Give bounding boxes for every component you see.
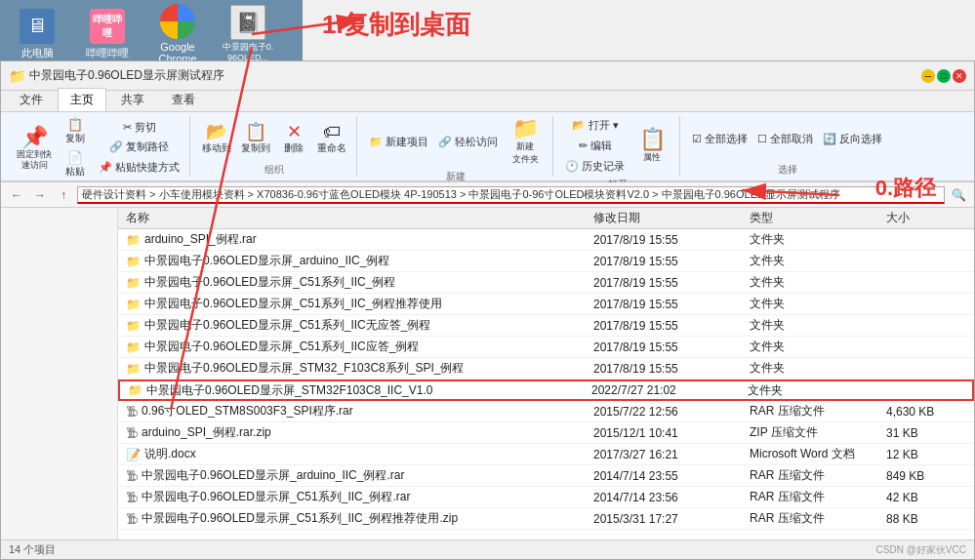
cut-button[interactable]: ✂ 剪切 xyxy=(95,120,183,136)
desktop-icon-pc[interactable]: 🖥 此电脑 xyxy=(10,9,64,60)
invert-selection-button[interactable]: 🔄 反向选择 xyxy=(819,130,886,148)
select-all-button[interactable]: ☑ 全部选择 xyxy=(688,130,752,148)
annotation-copy: 1.复制到桌面 xyxy=(322,8,470,42)
up-button[interactable]: ↑ xyxy=(54,185,73,205)
file-name-cell: 📁 中景园电子0.96OLED显示屏_C51系列_IIC应答_例程 xyxy=(122,339,589,355)
maximize-button[interactable]: □ xyxy=(937,69,951,83)
new-folder-icon: 📁 xyxy=(512,118,539,140)
file-type-cell: Microsoft Word 文档 xyxy=(746,446,882,462)
col-name[interactable]: 名称 xyxy=(122,210,589,226)
file-date-cell: 2017/8/19 15:55 xyxy=(589,276,746,290)
file-type-cell: 文件夹 xyxy=(746,317,882,334)
file-name: 中景园电子0.96OLED显示屏_C51系列_IIC_例程推荐使用.zip xyxy=(142,510,458,527)
file-name: 中景园电子0.96OLED显示屏_C51系列_IIC_例程推荐使用 xyxy=(144,296,442,312)
file-type-icon: 🗜 xyxy=(126,405,138,419)
address-path[interactable]: 硬件设计资料 > 小车使用模块资料 > X70836-0.96寸蓝色OLED模块… xyxy=(77,186,945,204)
new-buttons: 📁 新建项目 🔗 轻松访问 📁 新建文件夹 xyxy=(365,116,547,168)
move-to-button[interactable]: 📂 移动到 xyxy=(198,121,235,157)
explorer-window: 📁 中景园电子0.96OLED显示屏测试程序 ─ □ ✕ 文件 主页 共享 查看… xyxy=(0,60,975,560)
file-type-icon: 📁 xyxy=(126,319,141,333)
paste-button[interactable]: 📄 粘贴 xyxy=(58,149,93,180)
file-name-cell: 📁 中景园电子0.96OLED显示屏_C51系列_IIC_例程推荐使用 xyxy=(122,296,589,312)
watermark: CSDN @好家伙VCC xyxy=(876,543,966,557)
file-row[interactable]: 📁 arduino_SPI_例程.rar 2017/8/19 15:55 文件夹 xyxy=(118,229,974,251)
copy-to-icon: 📋 xyxy=(245,123,266,140)
tab-share[interactable]: 共享 xyxy=(108,88,157,111)
copy-path-button[interactable]: 🔗 复制路径 xyxy=(95,138,183,156)
copy-to-button[interactable]: 📋 复制到 xyxy=(237,121,274,157)
file-row[interactable]: 📝 说明.docx 2017/3/27 16:21 Microsoft Word… xyxy=(118,444,974,465)
rename-button[interactable]: 🏷 重命名 xyxy=(313,121,350,157)
file-name: 中景园电子0.96OLED显示屏_STM32_F103C8系列_SPI_例程 xyxy=(144,360,464,377)
file-date-cell: 2015/12/1 10:41 xyxy=(589,426,746,440)
properties-button[interactable]: 📋 属性 xyxy=(630,127,673,166)
forward-button[interactable]: → xyxy=(30,185,50,205)
search-button[interactable]: 🔍 xyxy=(949,185,968,205)
file-name: 中景园电子0.96OLED显示屏_STM32F103C8_IIC_V1.0 xyxy=(146,382,432,399)
desktop-icon-chrome[interactable]: Google Chrome xyxy=(150,4,205,64)
file-row[interactable]: 📁 中景园电子0.96OLED显示屏_STM32F103C8_IIC_V1.0 … xyxy=(118,380,974,401)
col-type[interactable]: 类型 xyxy=(746,210,882,226)
file-row[interactable]: 📁 中景园电子0.96OLED显示屏_C51系列_IIC_例程 2017/8/1… xyxy=(118,272,974,294)
file-type-cell: RAR 压缩文件 xyxy=(746,489,882,505)
address-bar: ← → ↑ 硬件设计资料 > 小车使用模块资料 > X70836-0.96寸蓝色… xyxy=(1,182,974,208)
delete-button[interactable]: ✕ 删除 xyxy=(276,121,311,157)
new-item-button[interactable]: 📁 新建项目 xyxy=(365,133,432,151)
col-size[interactable]: 大小 xyxy=(882,210,970,226)
open-button[interactable]: 📂 打开 ▾ xyxy=(561,116,629,135)
file-name-cell: 📁 arduino_SPI_例程.rar xyxy=(122,231,589,248)
file-name: 0.96寸OLED_STM8S003F3_SPI程序.rar xyxy=(142,403,353,420)
status-text: 14 个项目 xyxy=(9,542,56,557)
new-folder-button[interactable]: 📁 新建文件夹 xyxy=(504,116,547,168)
file-type-cell: RAR 压缩文件 xyxy=(746,510,882,527)
file-row[interactable]: 📁 中景园电子0.96OLED显示屏_STM32_F103C8系列_SPI_例程… xyxy=(118,358,974,380)
paste-shortcut-button[interactable]: 📌 粘贴快捷方式 xyxy=(95,158,183,177)
file-name-cell: 📁 中景园电子0.96OLED显示屏_C51系列_IIC无应答_例程 xyxy=(122,317,589,334)
organize-label: 组织 xyxy=(264,161,284,177)
tab-file[interactable]: 文件 xyxy=(7,88,56,111)
select-label: 选择 xyxy=(778,161,797,177)
cut-icon: ✂ 剪切 xyxy=(123,122,156,133)
file-row[interactable]: 📁 中景园电子0.96OLED显示屏_C51系列_IIC无应答_例程 2017/… xyxy=(118,315,974,337)
chrome-icon xyxy=(160,4,195,39)
file-type-icon: 📁 xyxy=(126,340,141,354)
tab-home[interactable]: 主页 xyxy=(58,88,106,111)
file-row[interactable]: 📁 中景园电子0.96OLED显示屏_C51系列_IIC_例程推荐使用 2017… xyxy=(118,294,974,315)
rename-icon: 🏷 xyxy=(323,123,341,140)
back-button[interactable]: ← xyxy=(7,185,26,205)
file-row[interactable]: 🗜 arduino_SPI_例程.rar.zip 2015/12/1 10:41… xyxy=(118,422,974,444)
file-row[interactable]: 📁 中景园电子0.96OLED显示屏_C51系列_IIC应答_例程 2017/8… xyxy=(118,337,974,358)
file-row[interactable]: 🗜 中景园电子0.96OLED显示屏_C51系列_IIC_例程.rar 2014… xyxy=(118,487,974,508)
file-date-cell: 2022/7/27 21:02 xyxy=(588,383,744,397)
file-row[interactable]: 🗜 中景园电子0.96OLED显示屏_C51系列_IIC_例程推荐使用.zip … xyxy=(118,508,974,530)
file-row[interactable]: 🗜 中景园电子0.96OLED显示屏_arduino_IIC_例程.rar 20… xyxy=(118,465,974,487)
col-date[interactable]: 修改日期 xyxy=(589,210,746,226)
ribbon-toolbar: 📌 固定到快速访问 📋 复制 📄 粘贴 ✂ 剪切 xyxy=(1,112,974,182)
file-date-cell: 2017/8/19 15:55 xyxy=(589,298,746,311)
file-name-cell: 🗜 arduino_SPI_例程.rar.zip xyxy=(122,424,589,441)
minimize-button[interactable]: ─ xyxy=(921,69,935,83)
select-none-button[interactable]: ☐ 全部取消 xyxy=(753,130,817,148)
file-type-cell: 文件夹 xyxy=(746,296,882,312)
clipboard-buttons: 📌 固定到快速访问 📋 复制 📄 粘贴 ✂ 剪切 xyxy=(13,116,183,180)
select-buttons: ☑ 全部选择 ☐ 全部取消 🔄 反向选择 xyxy=(688,116,886,161)
pin-button[interactable]: 📌 固定到快速访问 xyxy=(13,125,56,173)
desktop-icon-oled[interactable]: 📓 中景园电子0.96OLED... xyxy=(221,5,275,63)
file-name: 中景园电子0.96OLED显示屏_arduino_IIC_例程 xyxy=(144,253,389,269)
easy-access-button[interactable]: 🔗 轻松访问 xyxy=(434,133,502,151)
file-type-icon: 🗜 xyxy=(126,512,138,526)
file-row[interactable]: 📁 中景园电子0.96OLED显示屏_arduino_IIC_例程 2017/8… xyxy=(118,251,974,272)
edit-button[interactable]: ✏ 编辑 xyxy=(561,137,629,155)
desktop-icon-bili[interactable]: 哔哩哔哩 哔哩哔哩 xyxy=(80,9,135,60)
history-button[interactable]: 🕐 历史记录 xyxy=(561,157,629,176)
ribbon-group-select: ☑ 全部选择 ☐ 全部取消 🔄 反向选择 选择 xyxy=(682,116,892,177)
file-name-cell: 📝 说明.docx xyxy=(122,446,589,462)
tab-view[interactable]: 查看 xyxy=(159,88,208,111)
close-button[interactable]: ✕ xyxy=(953,69,966,83)
file-date-cell: 2017/8/19 15:55 xyxy=(589,340,746,354)
title-bar: 📁 中景园电子0.96OLED显示屏测试程序 ─ □ ✕ xyxy=(1,61,974,91)
file-row[interactable]: 🗜 0.96寸OLED_STM8S003F3_SPI程序.rar 2015/7/… xyxy=(118,401,974,422)
file-list-container[interactable]: 名称 修改日期 类型 大小 📁 arduino_SPI_例程.rar 2017/… xyxy=(118,208,974,540)
copy-button[interactable]: 📋 复制 xyxy=(58,116,93,147)
file-type-icon: 🗜 xyxy=(126,426,138,440)
